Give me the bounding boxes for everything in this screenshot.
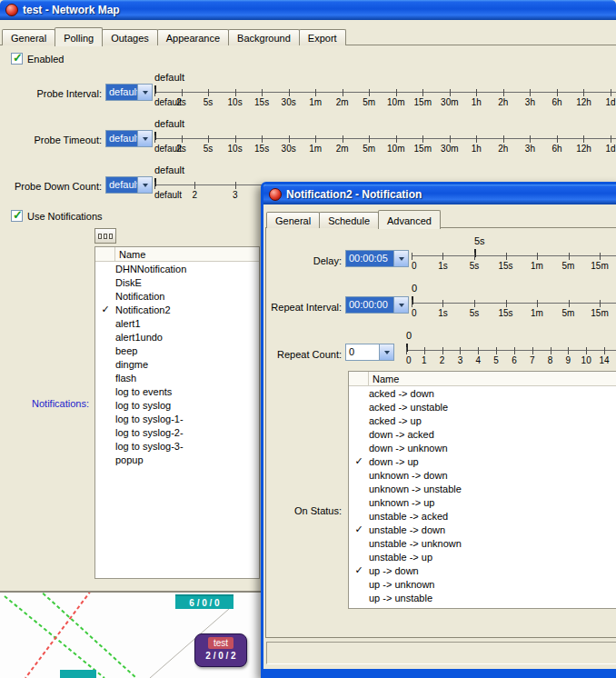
tab-background[interactable]: Background — [228, 29, 300, 45]
list-header: Name — [95, 247, 259, 262]
slider-tick-label: 10m — [387, 144, 404, 154]
repeat-count-slider[interactable]: 001234567891014 — [406, 330, 604, 368]
list-item[interactable]: ✓Notification2 — [95, 303, 259, 316]
slider-tick-label: 5 — [493, 355, 499, 365]
list-item[interactable]: down -> acked — [349, 427, 616, 441]
list-item[interactable]: unstable -> unknown — [349, 536, 616, 550]
column-header-name[interactable]: Name — [369, 372, 399, 385]
dialog-titlebar[interactable]: Notification2 - Notification — [263, 184, 616, 204]
slider-tick-label: 0 — [412, 261, 417, 271]
map-node-test[interactable]: test 2 / 0 / 2 — [194, 633, 247, 667]
chevron-down-icon[interactable] — [393, 251, 408, 266]
tab-advanced[interactable]: Advanced — [378, 210, 441, 229]
list-item[interactable]: log to syslog-1- — [95, 412, 259, 425]
repeat-interval-dropdown[interactable]: 00:00:00 — [345, 296, 409, 314]
main-titlebar[interactable]: test - Network Map — [0, 0, 616, 20]
slider-tick-label: 15m — [591, 308, 608, 318]
list-item[interactable]: popup — [95, 453, 259, 466]
chevron-down-icon[interactable] — [393, 297, 408, 313]
list-item[interactable]: up -> unknown — [349, 577, 616, 591]
list-item[interactable]: unknown -> down — [349, 468, 616, 482]
list-item-label: unstable -> acked — [369, 511, 448, 522]
list-item[interactable]: flash — [95, 371, 259, 384]
slider-tick — [315, 135, 316, 143]
list-item[interactable]: acked -> unstable — [349, 400, 616, 414]
delay-dropdown[interactable]: 00:00:05 — [345, 250, 409, 267]
list-item-label: unstable -> down — [369, 524, 445, 535]
slider-tick-label: 15s — [254, 144, 269, 154]
tab-schedule[interactable]: Schedule — [319, 212, 379, 228]
tab-general[interactable]: General — [266, 212, 320, 228]
columns-button[interactable] — [94, 228, 116, 244]
probe-interval-dropdown[interactable]: default — [105, 84, 153, 101]
tab-export[interactable]: Export — [299, 29, 346, 45]
probe-timeout-dropdown[interactable]: default — [105, 130, 153, 147]
slider-track[interactable] — [406, 350, 616, 351]
enabled-checkbox[interactable] — [11, 53, 23, 65]
list-item-label: popup — [115, 454, 144, 465]
list-item[interactable]: log to events — [95, 384, 259, 398]
repeat-count-dropdown[interactable]: 0 — [345, 344, 394, 361]
list-item[interactable]: unknown -> unstable — [349, 482, 616, 495]
list-item-label: DiskE — [115, 277, 142, 288]
column-header-name[interactable]: Name — [115, 247, 145, 261]
slider-tick-label: 1m — [531, 308, 543, 318]
slider-tick-label: 30s — [282, 144, 296, 154]
list-item[interactable]: down -> unknown — [349, 441, 616, 454]
list-item[interactable]: dingme — [95, 357, 259, 371]
on-status-list[interactable]: Nameacked -> downacked -> unstableacked … — [348, 371, 616, 609]
list-item[interactable]: alert1 — [95, 316, 259, 330]
delay-slider[interactable]: 5s01s5s15s1m5m15m — [412, 235, 600, 274]
chevron-down-icon[interactable] — [137, 177, 152, 193]
list-item[interactable]: DiskE — [95, 275, 259, 289]
tab-polling[interactable]: Polling — [55, 27, 103, 46]
list-item[interactable]: unstable -> up — [349, 550, 616, 563]
map-node-badge-partial[interactable] — [60, 670, 96, 678]
probe-down-count-slider[interactable]: defaultdefault234 — [154, 165, 275, 203]
list-item[interactable]: log to syslog — [95, 398, 259, 412]
list-item[interactable]: ✓up -> down — [349, 563, 616, 577]
list-item[interactable]: ✓down -> up — [349, 454, 616, 468]
slider-tick — [530, 135, 531, 143]
tab-general[interactable]: General — [2, 29, 55, 45]
list-item[interactable]: unknown -> up — [349, 495, 616, 509]
slider-tick-label: 0 — [406, 355, 412, 365]
map-node-badge[interactable]: 6 / 0 / 0 — [175, 594, 233, 609]
list-item[interactable]: Notification — [95, 289, 259, 303]
slider-tick-label: default — [154, 190, 182, 200]
list-item[interactable]: log to syslog-3- — [95, 439, 259, 453]
probe-down-count-dropdown[interactable]: default — [105, 176, 153, 194]
delay-label: Delay: — [263, 255, 342, 266]
list-item[interactable]: up -> unstable — [349, 591, 616, 604]
list-item[interactable]: unstable -> acked — [349, 509, 616, 523]
list-item[interactable]: log to syslog-2- — [95, 425, 259, 439]
slider-tick-label: 1m — [309, 97, 322, 107]
slider-tick-label: 1d — [605, 144, 615, 154]
probe-timeout-slider[interactable]: defaultdefault2s5s10s15s30s1m2m5m10m15m3… — [154, 118, 611, 156]
slider-tick-label: 5m — [363, 144, 375, 154]
list-item[interactable]: acked -> up — [349, 414, 616, 427]
list-item[interactable]: acked -> down — [349, 386, 616, 400]
list-item[interactable]: DHNNotification — [95, 262, 259, 275]
slider-tick — [506, 300, 507, 307]
slider-track[interactable] — [154, 138, 616, 139]
chevron-down-icon[interactable] — [379, 344, 393, 360]
list-item-label: log to syslog — [115, 400, 171, 411]
slider-tick — [154, 89, 155, 96]
slider-current-value: 5s — [474, 235, 485, 246]
probe-interval-slider[interactable]: defaultdefault2s5s10s15s30s1m2m5m10m15m3… — [154, 72, 611, 110]
check-column-header — [349, 372, 369, 385]
notifications-list[interactable]: NameDHNNotificationDiskENotification✓Not… — [94, 246, 260, 579]
slider-tick — [600, 253, 601, 260]
repeat-interval-slider[interactable]: 001s5s15s1m5m15m — [412, 283, 600, 321]
list-item-label: unstable -> up — [369, 552, 432, 563]
list-item[interactable]: ✓unstable -> down — [349, 523, 616, 536]
tab-appearance[interactable]: Appearance — [157, 29, 229, 45]
chevron-down-icon[interactable] — [137, 131, 152, 146]
slider-track[interactable] — [154, 92, 616, 93]
chevron-down-icon[interactable] — [137, 85, 152, 100]
tab-outages[interactable]: Outages — [102, 29, 158, 45]
use-notifications-checkbox[interactable] — [11, 210, 23, 222]
list-item[interactable]: beep — [95, 344, 259, 357]
list-item[interactable]: alert1undo — [95, 330, 259, 344]
